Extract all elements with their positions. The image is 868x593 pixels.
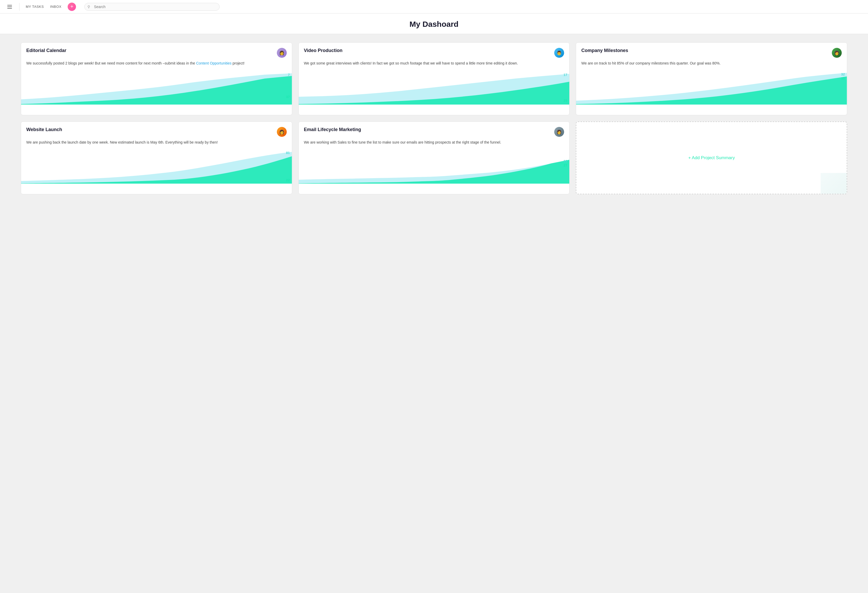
search-icon: ⚲ (87, 5, 90, 9)
chart-label-top: 32 (841, 72, 845, 76)
card-title: Website Launch (26, 127, 62, 133)
chart-container: 7 37 (21, 71, 292, 105)
card-body: We are pushing back the launch date by o… (21, 139, 292, 148)
my-tasks-link[interactable]: MY TASKS (26, 5, 44, 9)
chart-label-top: 81 (286, 151, 289, 155)
page-title-section: My Dashoard (0, 13, 868, 34)
hamburger-menu[interactable] (6, 4, 13, 10)
card-body: We got some great interviews with client… (299, 60, 570, 69)
chart-label-bottom: 35 (841, 77, 845, 80)
card-header: Video Production 👨 (299, 43, 570, 60)
card-header: Company Milestones 👩 (576, 43, 847, 60)
page-title: My Dashoard (0, 20, 868, 29)
card-body-text-2: project! (232, 61, 245, 65)
chart-label-top: 10 (564, 159, 567, 163)
inbox-link[interactable]: INBOX (50, 5, 62, 9)
avatar: 👨 (554, 48, 564, 58)
add-project-ghost (821, 173, 847, 194)
search-container: ⚲ (84, 3, 220, 11)
chart-label-bottom: 37 (286, 95, 289, 99)
card-website-launch: Website Launch 👩 We are pushing back the… (21, 121, 292, 194)
card-header: Email Lifecycle Marketing 👩 (299, 122, 570, 139)
chart-label-top: 17 (564, 73, 567, 77)
add-button[interactable]: + (68, 3, 76, 11)
card-body-text: We got some great interviews with client… (304, 61, 518, 65)
chart-container: 17 25 (299, 71, 570, 105)
card-body-text-1: We successfully posted 2 blogs per week!… (26, 61, 196, 65)
chart-label-bottom: 25 (564, 99, 567, 102)
chart-svg (299, 71, 570, 105)
card-editorial-calendar: Editorial Calendar 👩 We successfully pos… (21, 43, 292, 115)
card-title: Email Lifecycle Marketing (304, 127, 361, 133)
avatar: 👩 (277, 127, 287, 137)
chart-svg (299, 150, 570, 184)
avatar: 👩 (277, 48, 287, 58)
card-company-milestones: Company Milestones 👩 We are on track to … (576, 43, 847, 115)
chart-container: 32 35 (576, 71, 847, 105)
content-opportunities-link[interactable]: Content Opportunities (196, 61, 232, 65)
card-body: We successfully posted 2 blogs per week!… (21, 60, 292, 69)
card-body-text: We are working with Sales to fine tune t… (304, 140, 501, 145)
chart-label-top: 7 (288, 73, 289, 77)
card-title: Company Milestones (581, 48, 628, 53)
search-input[interactable] (84, 3, 220, 11)
card-body-text: We are on track to hit 85% of our compan… (581, 61, 720, 65)
card-video-production: Video Production 👨 We got some great int… (298, 43, 570, 115)
cards-grid: Editorial Calendar 👩 We successfully pos… (21, 43, 847, 194)
avatar: 👩 (832, 48, 842, 58)
chart-svg (21, 150, 292, 184)
chart-container: 10 27 (299, 150, 570, 184)
add-project-card[interactable]: + Add Project Summary (576, 121, 847, 194)
card-body-text: We are pushing back the launch date by o… (26, 140, 218, 145)
chart-label-bottom: 27 (564, 163, 567, 167)
chart-container: 81 22 (21, 150, 292, 184)
card-email-lifecycle: Email Lifecycle Marketing 👩 We are worki… (298, 121, 570, 194)
card-body: We are on track to hit 85% of our compan… (576, 60, 847, 69)
top-navigation: MY TASKS INBOX + ⚲ (0, 0, 868, 13)
card-header: Editorial Calendar 👩 (21, 43, 292, 60)
card-title: Editorial Calendar (26, 48, 66, 53)
avatar: 👩 (554, 127, 564, 137)
add-project-label[interactable]: + Add Project Summary (688, 155, 735, 161)
card-header: Website Launch 👩 (21, 122, 292, 139)
dashboard-content: Editorial Calendar 👩 We successfully pos… (0, 34, 868, 203)
chart-svg (21, 71, 292, 105)
card-title: Video Production (304, 48, 342, 53)
card-body: We are working with Sales to fine tune t… (299, 139, 570, 148)
chart-svg (576, 71, 847, 105)
chart-label-bottom: 22 (286, 178, 289, 182)
